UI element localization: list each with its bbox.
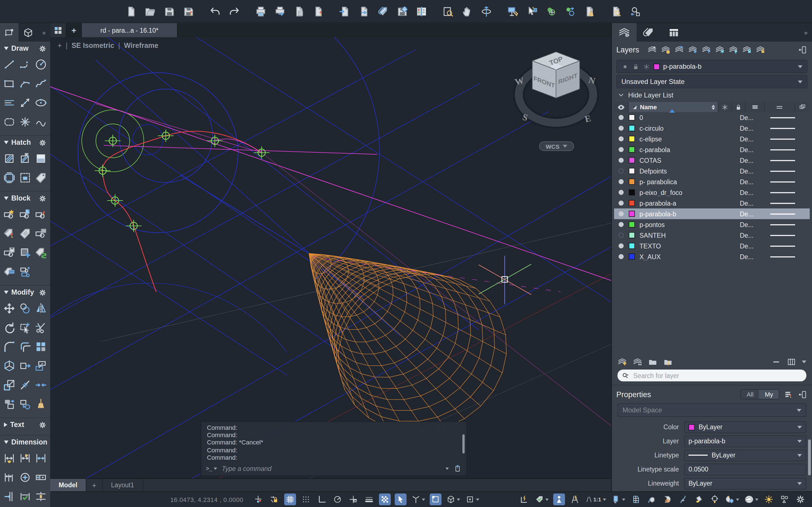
layer-lineweight-sample[interactable] [770,213,795,214]
layer-row[interactable]: c-elipseDe... [614,133,810,144]
space-dropdown[interactable]: Model Space [617,403,806,417]
break-icon[interactable] [18,379,32,392]
tool-set-overflow-button[interactable]: » [38,23,50,42]
tool-sets-icon[interactable] [507,5,519,17]
section-header-block[interactable]: Block [0,191,50,205]
write-block-icon[interactable] [3,246,16,259]
compare-icon[interactable] [416,5,427,17]
layer-visibility-dot[interactable] [619,233,624,238]
copy-icon[interactable] [18,302,32,315]
hatch-edit-icon[interactable] [18,152,32,165]
point-icon[interactable] [18,115,32,128]
view-cube[interactable]: W N S E TOP FRONT RIGHT [508,46,604,142]
column-transparency[interactable] [795,102,810,112]
status-anno-vis-toggle[interactable] [553,494,565,505]
status-target-bulb-toggle[interactable] [709,494,721,505]
status-globe-toggle[interactable] [725,494,740,505]
layer-lineweight-sample[interactable] [770,138,795,139]
layer-isolate-icon[interactable] [688,45,697,55]
current-layer-dropdown[interactable]: p-parabola-b [616,60,808,73]
page-setup-icon[interactable] [293,5,305,17]
status-curve-pen-toggle[interactable] [677,494,689,505]
layer-row[interactable]: p-pontosDe... [614,219,810,230]
drawing-tab[interactable]: rd - para...a - 16.10* [82,23,177,37]
layer-color-swatch[interactable] [629,189,635,195]
status-anno-scale-toggle[interactable]: 1:1 [585,494,607,505]
column-freeze[interactable] [719,102,732,112]
status-otrack-toggle[interactable] [347,494,359,505]
layer-visibility-dot[interactable] [619,254,624,259]
status-cloud-toggle[interactable] [744,494,759,505]
fillet-icon[interactable] [3,340,16,353]
compass-east[interactable]: E [583,113,592,124]
copy-block-icon[interactable] [18,208,32,221]
visual-style-control[interactable]: Wireframe [124,41,158,49]
status-lock-ui-toggle[interactable] [268,494,280,505]
layer-lineweight-sample[interactable] [770,192,795,193]
layer-visibility-dot[interactable] [619,201,624,206]
new-file-icon[interactable] [125,5,137,17]
gradient-icon[interactable] [34,152,47,165]
show-attributes-icon[interactable] [3,265,16,278]
layer-row[interactable]: p-parabola-aDe... [614,198,810,209]
dim-thickness-icon[interactable] [34,490,47,503]
layer-visibility-dot[interactable] [619,126,624,131]
layer-visibility-dot[interactable] [619,147,624,152]
layer-color-swatch[interactable] [629,136,635,142]
property-dropdown[interactable]: ByLayer [684,449,806,461]
layer-linetype[interactable]: De... [740,221,766,228]
status-anno-auto-toggle[interactable] [569,494,581,505]
tool-set-tab-drafting[interactable] [0,23,18,42]
layer-lock-icon[interactable] [742,45,751,55]
wcs-dropdown[interactable]: WCS [539,142,574,151]
align-icon[interactable] [34,359,47,372]
dim-smart-icon[interactable] [3,452,16,465]
layer-unlock-icon[interactable] [755,45,765,55]
columns-icon[interactable] [786,357,796,367]
layer-lineweight-sample[interactable] [770,170,795,172]
layer-linetype[interactable]: De... [740,232,766,238]
status-lineweight-toggle[interactable] [363,494,375,505]
layer-row[interactable]: X_AUXDe... [614,251,810,262]
layer-visibility-dot[interactable] [619,190,624,195]
open-file-icon[interactable] [144,5,156,17]
save-as-icon[interactable] [183,5,195,17]
layer-lineweight-sample[interactable] [770,149,795,150]
panel-collapse-icon[interactable] [798,45,808,55]
select-similar-icon[interactable] [18,321,32,334]
save-icon[interactable] [163,5,175,17]
column-lineweight[interactable] [765,102,795,112]
new-drawing-tab-button[interactable]: + [66,23,82,37]
layer-color-swatch[interactable] [629,125,635,131]
orbit-icon[interactable] [480,5,492,17]
layer-row[interactable]: p- parabolicaDe... [614,176,810,187]
status-hatch-bg-toggle[interactable] [378,494,391,505]
layer-linetype[interactable]: De... [740,114,766,121]
status-box-3d-toggle[interactable] [445,494,460,505]
command-scrollbar[interactable] [462,434,465,453]
layer-linetype[interactable]: De... [740,178,766,185]
layer-visibility-dot[interactable] [619,243,624,248]
explode-icon[interactable] [3,359,16,372]
layer-linetype[interactable]: De... [740,125,766,131]
layer-previous-icon[interactable] [674,45,684,55]
spline-icon[interactable] [34,77,47,90]
dim-tolerance-icon[interactable] [34,471,47,484]
quick-properties-icon[interactable] [784,390,794,399]
view-control[interactable]: SE Isometric [71,41,114,49]
layer-color-swatch[interactable] [629,243,635,249]
gear-icon[interactable] [39,139,46,146]
stretch-icon[interactable] [18,359,32,372]
layer-visibility-dot[interactable] [619,158,624,163]
export-icon[interactable] [358,5,370,17]
layer-freeze-icon[interactable] [715,45,724,55]
change-space-icon[interactable] [18,398,32,411]
tab-model[interactable]: Model [50,479,86,491]
layer-visibility-dot[interactable] [619,136,624,142]
tab-layers[interactable] [612,23,637,42]
palette-overflow-button[interactable]: » [800,23,812,42]
layer-color-swatch[interactable] [629,157,635,163]
multiline-icon[interactable] [3,96,16,109]
layer-color-swatch[interactable] [629,147,635,153]
property-input[interactable]: 0.0500 [684,463,806,475]
